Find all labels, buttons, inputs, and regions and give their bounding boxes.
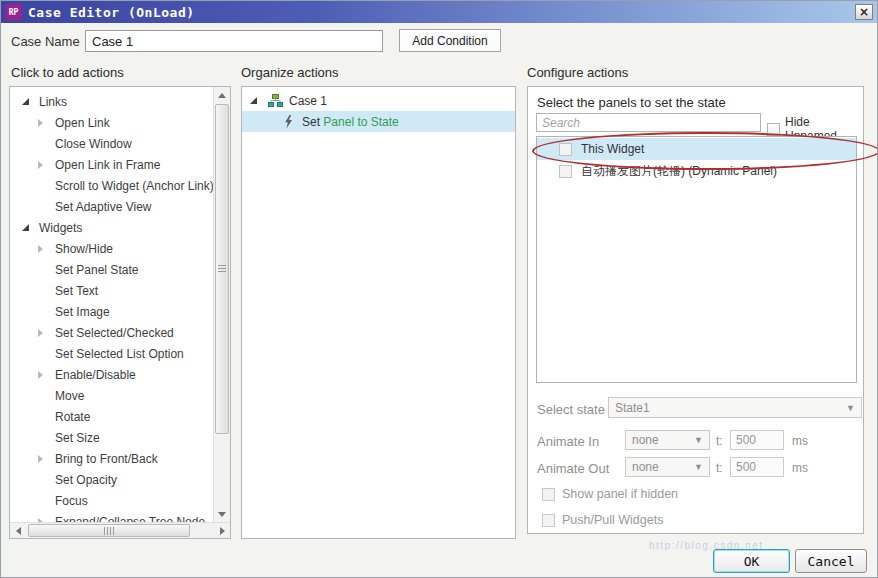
show-panel-if-hidden-checkbox[interactable] [542,488,555,501]
animate-out-dropdown[interactable]: none ▼ [625,457,710,477]
tree-item-label: Show/Hide [55,242,113,256]
tree-item-label: Set Text [55,284,98,298]
tree-item[interactable]: Open Link in Frame [10,154,213,175]
action-tree-node-selected[interactable]: Set Panel to State [242,111,515,132]
tree-item[interactable]: Rotate [10,406,213,427]
case-name-input[interactable] [85,30,383,52]
tree-expander-icon[interactable] [38,161,55,169]
triangle-right-icon [220,527,225,535]
tree-item[interactable]: Widgets [10,217,213,238]
ok-button[interactable]: OK [713,549,790,573]
tree-item-label: Open Link in Frame [55,158,160,172]
animate-out-ms-label: ms [792,461,808,475]
select-state-value: State1 [615,401,650,415]
animate-in-ms-label: ms [792,434,808,448]
action-target: Panel to State [323,115,398,129]
chevron-down-icon: ▼ [694,462,703,472]
scroll-left-button[interactable] [10,523,26,538]
triangle-left-icon [16,527,21,535]
panel-label: This Widget [581,142,644,156]
push-pull-widgets-option[interactable]: Push/Pull Widgets [542,513,663,527]
panel-list-item[interactable]: 自动播发图片(轮播) (Dynamic Panel) [537,160,856,182]
panel-list-item[interactable]: This Widget [537,138,856,160]
actions-tree: Links Open Link Close Window Open Link i… [10,87,213,522]
configure-section-title: Select the panels to set the state [537,95,726,110]
tree-item-label: Set Panel State [55,263,138,277]
push-pull-widgets-checkbox[interactable] [542,514,555,527]
horizontal-scrollbar[interactable] [10,522,230,538]
panel-checkbox[interactable] [559,143,572,156]
middle-column-title: Organize actions [241,65,339,80]
triangle-up-icon [218,93,226,98]
tree-item-label: Open Link [55,116,110,130]
animate-out-label: Animate Out [537,461,609,476]
tree-item[interactable]: Set Panel State [10,259,213,280]
show-panel-if-hidden-option[interactable]: Show panel if hidden [542,487,678,501]
tree-item-label: Set Opacity [55,473,117,487]
case-tree-node[interactable]: Case 1 [242,90,515,111]
tree-item[interactable]: Set Adaptive View [10,196,213,217]
animate-in-dropdown[interactable]: none ▼ [625,430,710,450]
tree-item-label: Bring to Front/Back [55,452,158,466]
tree-expander-icon[interactable] [38,371,55,379]
left-column-title: Click to add actions [11,65,124,80]
right-column-title: Configure actions [527,65,628,80]
tree-expander-icon[interactable] [22,98,39,105]
panel-checkbox[interactable] [559,165,572,178]
tree-item[interactable]: Set Selected List Option [10,343,213,364]
tree-item[interactable]: Links [10,91,213,112]
triangle-down-icon [218,512,226,517]
tree-item[interactable]: Scroll to Widget (Anchor Link) [10,175,213,196]
add-condition-button[interactable]: Add Condition [399,29,501,52]
tree-item[interactable]: Open Link [10,112,213,133]
action-node-label: Set Panel to State [302,115,399,129]
tree-expander-icon[interactable] [38,119,55,127]
show-panel-if-hidden-label: Show panel if hidden [562,487,678,501]
tree-expander-icon[interactable] [38,455,55,463]
hide-unnamed-checkbox[interactable] [767,123,780,136]
animate-out-value: none [632,460,659,474]
search-input[interactable] [536,113,761,132]
tree-item[interactable]: Close Window [10,133,213,154]
tree-item[interactable]: Enable/Disable [10,364,213,385]
tree-item[interactable]: Set Text [10,280,213,301]
tree-item[interactable]: Focus [10,490,213,511]
configure-actions-panel: Select the panels to set the state Hide … [527,86,864,534]
tree-item-label: Enable/Disable [55,368,136,382]
tree-expander-icon[interactable] [22,224,39,231]
tree-expander-icon[interactable] [38,245,55,253]
select-state-dropdown[interactable]: State1 ▼ [608,397,862,418]
tree-item[interactable]: Move [10,385,213,406]
cancel-button[interactable]: Cancel [795,549,867,573]
scroll-down-button[interactable] [214,506,230,522]
animate-out-time-input[interactable] [730,457,784,477]
axure-rp-app-icon: RP [5,4,22,20]
tree-expander-icon[interactable] [38,329,55,337]
case-icon [268,94,283,107]
horizontal-scrollbar-thumb[interactable] [28,524,190,537]
tree-item[interactable]: Set Image [10,301,213,322]
tree-item-label: Close Window [55,137,132,151]
scroll-up-button[interactable] [214,87,230,103]
close-button[interactable]: × [855,4,873,20]
vertical-scrollbar-thumb[interactable] [215,104,229,434]
lightning-bolt-icon [283,115,294,129]
tree-item[interactable]: Set Size [10,427,213,448]
chevron-down-icon: ▼ [846,403,855,413]
tree-item[interactable]: Set Opacity [10,469,213,490]
select-state-label: Select state [537,402,605,417]
titlebar: RP Case Editor (OnLoad) × [1,1,877,23]
case-node-label: Case 1 [289,94,327,108]
scroll-right-button[interactable] [214,523,230,538]
tree-item[interactable]: Set Selected/Checked [10,322,213,343]
vertical-scrollbar[interactable] [213,87,230,522]
tree-item[interactable]: Expand/Collapse Tree Node [10,511,213,522]
animate-in-value: none [632,433,659,447]
tree-item[interactable]: Bring to Front/Back [10,448,213,469]
tree-item[interactable]: Show/Hide [10,238,213,259]
tree-expander-icon[interactable] [250,97,267,104]
tree-item-label: Focus [55,494,88,508]
chevron-down-icon: ▼ [694,435,703,445]
tree-item-label: Set Size [55,431,100,445]
animate-in-time-input[interactable] [730,430,784,450]
